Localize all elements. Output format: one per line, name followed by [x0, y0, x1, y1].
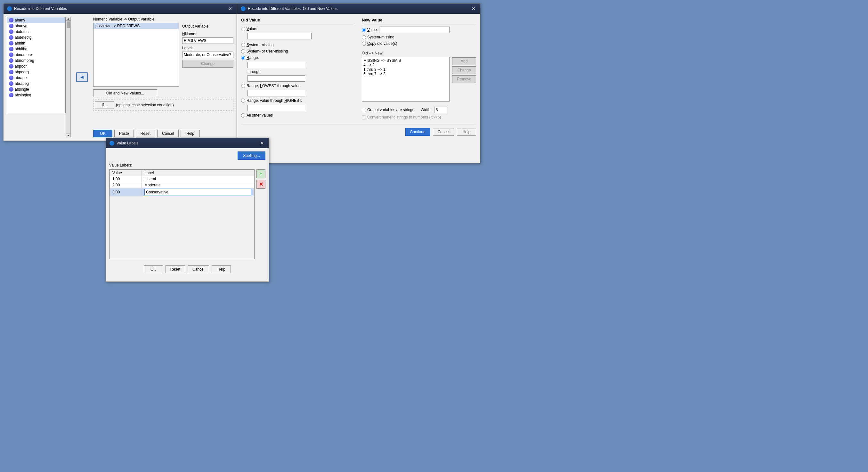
mapping-row: 5 thru 7 --> 3: [363, 72, 448, 76]
list-item[interactable]: abpoorg: [7, 69, 65, 75]
scroll-up-arrow[interactable]: ▲: [66, 17, 71, 21]
change-mapping-button[interactable]: Change: [452, 66, 476, 74]
table-row[interactable]: 3.00: [110, 188, 254, 196]
range-highest-radio-item[interactable]: Range, value through HIGHEST:: [241, 98, 355, 103]
range-lowest-radio[interactable]: [241, 84, 245, 88]
width-input[interactable]: [434, 107, 447, 113]
label-input[interactable]: [182, 52, 234, 58]
variable-listbox[interactable]: abany abanyg abdefect abdefectg: [7, 17, 66, 113]
range-from-input[interactable]: [248, 62, 305, 68]
list-item[interactable]: abrapeg: [7, 81, 65, 87]
new-value-radio-item[interactable]: Value:: [362, 27, 476, 33]
value-labels-close-button[interactable]: ✕: [259, 141, 266, 146]
output-strings-checkbox[interactable]: [362, 108, 366, 112]
value-labels-table-container[interactable]: Value Label 1.00 Liberal 2.00 Moderate: [109, 169, 254, 259]
d3-ok-button[interactable]: OK: [144, 265, 163, 273]
list-item[interactable]: absingle: [7, 87, 65, 92]
transfer-button[interactable]: ◄: [76, 72, 88, 82]
remove-label-button[interactable]: ✕: [256, 180, 266, 189]
range-radio[interactable]: [241, 56, 245, 60]
range-highest-input[interactable]: [248, 105, 305, 111]
copy-old-item[interactable]: Copy old value(s): [362, 41, 476, 46]
old-value-input[interactable]: [248, 33, 312, 39]
new-value-radio[interactable]: [362, 28, 366, 32]
all-other-radio[interactable]: [241, 113, 245, 118]
label-cell: Moderate: [142, 182, 254, 188]
width-label: Width:: [421, 107, 432, 112]
scroll-down-arrow[interactable]: ▼: [66, 134, 71, 137]
list-item[interactable]: abdefect: [7, 29, 65, 35]
d3-help-button[interactable]: Help: [212, 265, 231, 273]
list-item[interactable]: abhlth: [7, 40, 65, 46]
old-value-radio[interactable]: [241, 27, 245, 31]
var-icon: [9, 58, 13, 63]
system-missing-radio[interactable]: [241, 43, 245, 47]
list-item[interactable]: abany: [7, 17, 65, 23]
spelling-button[interactable]: Spelling...: [238, 152, 266, 160]
label-edit-input[interactable]: [145, 189, 251, 195]
if-panel: If... (optional case selection condition…: [93, 100, 234, 111]
convert-strings-checkbox[interactable]: [362, 115, 366, 120]
ok-button[interactable]: OK: [93, 130, 113, 137]
range-highest-radio[interactable]: [241, 99, 245, 103]
spss-icon2: 🔵: [241, 6, 246, 11]
new-value-header: New Value: [362, 18, 476, 24]
d2-cancel-button[interactable]: Cancel: [433, 128, 454, 136]
list-item[interactable]: abrape: [7, 75, 65, 81]
recode-close-button[interactable]: ✕: [227, 6, 234, 11]
table-row[interactable]: 2.00 Moderate: [110, 182, 254, 188]
new-system-missing-radio[interactable]: [362, 35, 366, 39]
reset-button[interactable]: Reset: [136, 130, 155, 137]
label-cell[interactable]: [142, 188, 254, 196]
continue-button[interactable]: Continue: [405, 128, 430, 136]
range-lowest-input[interactable]: [248, 90, 305, 96]
range-lowest-radio-item[interactable]: Range, LOWEST through value:: [241, 84, 355, 88]
list-item[interactable]: absingleg: [7, 92, 65, 98]
range-radio-item[interactable]: Range:: [241, 55, 355, 60]
help-button[interactable]: Help: [181, 130, 200, 137]
new-value-input[interactable]: [379, 27, 450, 33]
mapping-listbox[interactable]: polviews --> RPOLVIEWS: [93, 23, 179, 87]
range-highest-label: Range, value through HIGHEST:: [247, 98, 302, 103]
scrollbar-thumb[interactable]: [67, 22, 70, 28]
paste-button[interactable]: Paste: [114, 130, 134, 137]
change-button[interactable]: Change: [182, 60, 234, 68]
spss-icon: 🔵: [7, 6, 12, 11]
list-item[interactable]: abnomore: [7, 52, 65, 58]
copy-old-radio[interactable]: [362, 42, 366, 46]
transfer-panel: ◄: [74, 17, 90, 137]
d2-help-button[interactable]: Help: [457, 128, 476, 136]
range-to-input[interactable]: [248, 75, 305, 82]
scrollbar-track[interactable]: [66, 21, 71, 134]
add-mapping-button[interactable]: Add: [452, 57, 476, 65]
mapping-area[interactable]: MISSING --> SYSMIS 4 --> 2 1 thru 3 --> …: [362, 57, 450, 101]
old-new-close-button[interactable]: ✕: [470, 6, 477, 11]
list-item[interactable]: abpoor: [7, 63, 65, 69]
if-button[interactable]: If...: [95, 101, 114, 109]
remove-mapping-button[interactable]: Remove: [452, 75, 476, 83]
all-other-radio-item[interactable]: All other values: [241, 113, 355, 118]
system-missing-radio-item[interactable]: System-missing: [241, 42, 355, 47]
d3-cancel-button[interactable]: Cancel: [188, 265, 209, 273]
d2-action-buttons: Continue Cancel Help: [241, 125, 476, 136]
list-item[interactable]: abanyg: [7, 23, 65, 29]
table-row[interactable]: 1.00 Liberal: [110, 176, 254, 182]
new-system-missing-item[interactable]: System-missing: [362, 35, 476, 39]
name-label: NName:: [182, 32, 234, 36]
old-value-radio-item[interactable]: Value:: [241, 27, 355, 31]
add-label-button[interactable]: +: [256, 169, 266, 178]
value-labels-title: Value Labels: [117, 141, 138, 146]
output-strings-item[interactable]: Output variables are strings Width:: [362, 107, 476, 113]
list-item[interactable]: abdefectg: [7, 35, 65, 40]
old-new-values-button[interactable]: Old and New Values...: [93, 89, 157, 97]
convert-strings-item[interactable]: Convert numeric strings to numbers ('5'-…: [362, 115, 476, 120]
system-user-radio[interactable]: [241, 49, 245, 54]
system-user-radio-item[interactable]: System- or user-missing: [241, 49, 355, 54]
name-input[interactable]: [182, 37, 234, 44]
list-item[interactable]: abhlthg: [7, 46, 65, 52]
cancel-button[interactable]: Cancel: [157, 130, 179, 137]
mapping-row: MISSING --> SYSMIS: [363, 58, 448, 63]
d3-reset-button[interactable]: Reset: [165, 265, 185, 273]
list-item[interactable]: abnomoreg: [7, 58, 65, 63]
mapping-item[interactable]: polviews --> RPOLVIEWS: [93, 23, 179, 29]
